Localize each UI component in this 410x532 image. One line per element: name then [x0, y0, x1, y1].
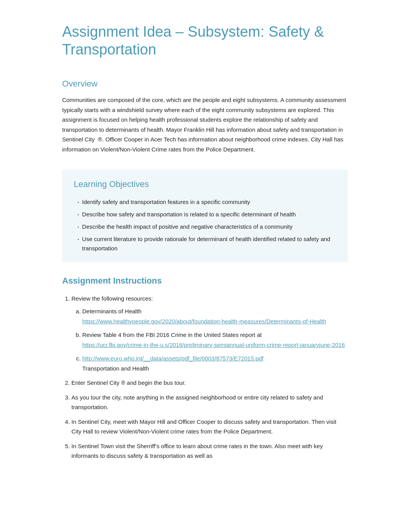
- assignment-instructions-section: Assignment Instructions Review the follo…: [62, 274, 348, 461]
- assignment-instructions-heading: Assignment Instructions: [62, 274, 348, 287]
- learning-objectives-heading: Learning Objectives: [74, 177, 336, 191]
- list-item: Describe how safety and transportation i…: [78, 208, 336, 221]
- learning-objectives-section: Learning Objectives Identify safety and …: [62, 170, 348, 262]
- table-row: As you tour the city, note anything in t…: [71, 393, 348, 412]
- list-item: Determinants of Health https://www.healt…: [82, 306, 348, 326]
- link[interactable]: https://www.healthypeople.gov/2020/about…: [82, 318, 326, 325]
- table-row: In Sentinel Town visit the Sherriff’s of…: [71, 441, 348, 461]
- list-item: Review Table 4 from the FBI 2016 Crime i…: [82, 330, 348, 350]
- sub-list: Determinants of Health https://www.healt…: [71, 306, 348, 373]
- overview-heading: Overview: [62, 77, 348, 90]
- table-row: In Sentinel City, meet with Mayor Hill a…: [71, 417, 348, 437]
- link[interactable]: http://www.euro.who.int/__data/assets/pd…: [82, 355, 264, 362]
- list-item: Identify safety and transportation featu…: [78, 196, 336, 208]
- table-row: Review the following resources:Determina…: [71, 294, 348, 374]
- instructions-list: Review the following resources:Determina…: [62, 294, 348, 461]
- overview-text: Communities are composed of the core, wh…: [62, 95, 348, 154]
- list-item: http://www.euro.who.int/__data/assets/pd…: [82, 354, 348, 373]
- link[interactable]: https://ucr.fbi.gov/crime-in-the-u.s/201…: [82, 342, 345, 348]
- table-row: Enter Sentinel City ® and begin the bus …: [71, 378, 348, 388]
- list-item: Use current literature to provide ration…: [78, 233, 336, 255]
- objectives-list: Identify safety and transportation featu…: [74, 196, 336, 255]
- overview-section: Overview Communities are composed of the…: [62, 77, 348, 154]
- main-title: Assignment Idea – Subsystem: Safety & Tr…: [62, 23, 348, 58]
- page-container: Assignment Idea – Subsystem: Safety & Tr…: [31, 0, 379, 496]
- list-item: Describe the health impact of positive a…: [78, 221, 336, 233]
